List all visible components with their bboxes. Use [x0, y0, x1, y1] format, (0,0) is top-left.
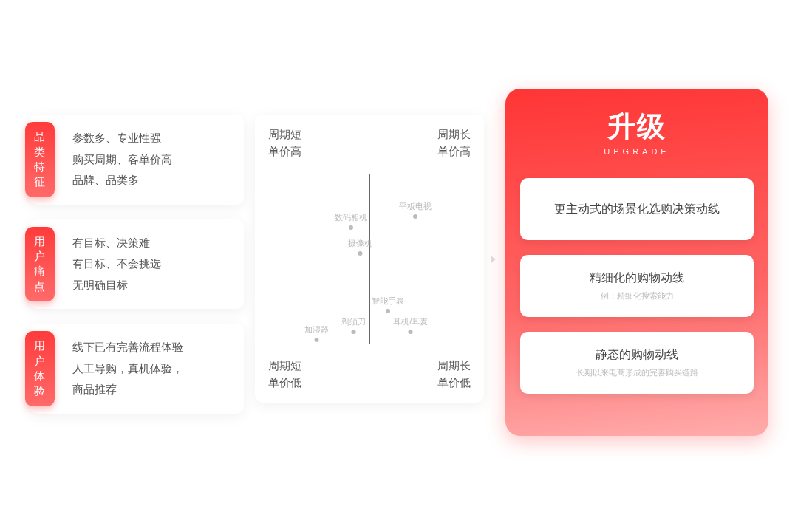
arrow-right-icon	[491, 256, 496, 263]
upgrade-item-sub: 例：精细化搜索能力	[601, 290, 674, 301]
quadrant-label-top-left: 周期短 单价高	[268, 126, 301, 160]
info-tag: 品类特征	[25, 122, 55, 197]
upgrade-item: 静态的购物动线 长期以来电商形成的完善购买链路	[520, 332, 754, 394]
upgrade-items: 更主动式的场景化选购决策动线 精细化的购物动线 例：精细化搜索能力 静态的购物动…	[520, 178, 754, 394]
quadrant-point: 智能手表	[372, 296, 404, 313]
axis-vertical	[369, 174, 370, 344]
quadrant-label-top-right: 周期长 单价高	[437, 126, 471, 160]
upgrade-item: 精细化的购物动线 例：精细化搜索能力	[520, 255, 754, 317]
quadrant-label-bottom-right: 周期长 单价低	[437, 358, 471, 391]
quadrant-label-bottom-left: 周期短 单价低	[268, 358, 301, 391]
quadrant-point: 耳机/耳麦	[393, 316, 428, 334]
upgrade-panel: 升级 UPGRADE 更主动式的场景化选购决策动线 精细化的购物动线 例：精细化…	[505, 89, 768, 436]
upgrade-item-main: 静态的购物动线	[596, 347, 678, 363]
info-lines: 线下已有完善流程体验人工导购，真机体验，商品推荐	[72, 337, 231, 400]
quadrant-point: 加湿器	[304, 324, 329, 342]
info-lines: 有目标、决策难有目标、不会挑选无明确目标	[72, 233, 231, 296]
upgrade-item-sub: 长期以来电商形成的完善购买链路	[576, 367, 698, 378]
info-card-experience: 用户体验 线下已有完善流程体验人工导购，真机体验，商品推荐	[30, 324, 244, 414]
info-tag: 用户体验	[25, 331, 55, 406]
quadrant-point: 平板电视	[399, 201, 432, 219]
info-tag: 用户痛点	[25, 227, 55, 302]
upgrade-item-main: 精细化的购物动线	[590, 270, 684, 286]
upgrade-subtitle: UPGRADE	[604, 147, 669, 156]
info-card-category: 品类特征 参数多、专业性强购买周期、客单价高品牌、品类多	[30, 115, 244, 205]
quadrant-point: 剃须刀	[341, 316, 366, 334]
left-column: 品类特征 参数多、专业性强购买周期、客单价高品牌、品类多 用户痛点 有目标、决策…	[30, 115, 244, 414]
upgrade-item-main: 更主动式的场景化选购决策动线	[554, 202, 720, 217]
quadrant-point: 摄像机	[348, 238, 372, 256]
info-card-painpoint: 用户痛点 有目标、决策难有目标、不会挑选无明确目标	[30, 219, 244, 310]
quadrant-card: 周期短 单价高 周期长 单价高 周期短 单价低 周期长 单价低 平板电视数码相机…	[255, 115, 484, 403]
info-lines: 参数多、专业性强购买周期、客单价高品牌、品类多	[72, 128, 231, 191]
quadrant-point: 数码相机	[335, 212, 367, 230]
upgrade-title: 升级	[607, 108, 666, 146]
upgrade-item: 更主动式的场景化选购决策动线	[520, 178, 754, 240]
